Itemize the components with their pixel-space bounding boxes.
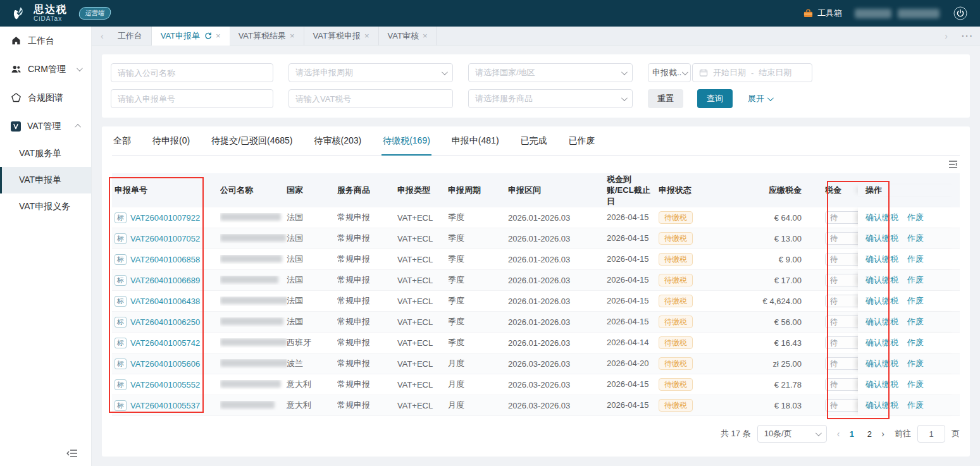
confirm-pay-tax-link[interactable]: 确认缴税 bbox=[865, 400, 898, 411]
declare-period-select[interactable]: 请选择申报周期 bbox=[288, 63, 453, 82]
column-settings-icon[interactable] bbox=[948, 159, 958, 169]
col-header-period: 申报周期 bbox=[448, 185, 508, 196]
search-button[interactable]: 查询 bbox=[697, 89, 733, 108]
tabs-scroll-right-icon[interactable]: › bbox=[940, 31, 953, 41]
goto-page-input[interactable] bbox=[917, 425, 945, 443]
confirm-pay-tax-link[interactable]: 确认缴税 bbox=[865, 233, 898, 244]
confirm-pay-tax-link[interactable]: 确认缴税 bbox=[865, 379, 898, 390]
tab-vat-tax-declaration[interactable]: VAT算税申报 × bbox=[304, 27, 379, 46]
sidebar-item-label: 工作台 bbox=[28, 35, 54, 47]
page-number-2[interactable]: 2 bbox=[862, 429, 876, 439]
tabs-more-icon[interactable]: ··· bbox=[962, 31, 974, 40]
tab-close-icon[interactable]: × bbox=[423, 31, 428, 40]
order-no-link[interactable]: VAT260401005552 bbox=[130, 380, 200, 389]
table-row: 标VAT260401005537 意大利 常规申报 VAT+ECL 月度 202… bbox=[112, 395, 960, 416]
expand-filters-link[interactable]: 展开 bbox=[748, 93, 772, 104]
status-tab-pending-declare[interactable]: 待申报(0) bbox=[151, 134, 191, 155]
order-no-link[interactable]: VAT260401005537 bbox=[130, 401, 200, 410]
status-tab-declaring[interactable]: 申报中(481) bbox=[450, 134, 500, 155]
tab-workbench[interactable]: 工作台 bbox=[109, 27, 152, 46]
confirm-pay-tax-link[interactable]: 确认缴税 bbox=[865, 358, 898, 369]
sidebar-collapse-button[interactable] bbox=[66, 448, 78, 458]
confirm-pay-tax-link[interactable]: 确认缴税 bbox=[865, 295, 898, 307]
void-link[interactable]: 作废 bbox=[907, 358, 924, 369]
confirm-pay-tax-link[interactable]: 确认缴税 bbox=[865, 254, 898, 265]
page-tabbar: ‹ 工作台 VAT申报单 × VAT算税结果 × VAT算税申报 × VAT审核… bbox=[92, 27, 980, 46]
status-tab-pending-submit[interactable]: 待提交/已驳回(4685) bbox=[210, 134, 294, 155]
users-icon bbox=[11, 64, 22, 75]
void-link[interactable]: 作废 bbox=[907, 316, 924, 328]
void-link[interactable]: 作废 bbox=[907, 379, 924, 390]
tab-close-icon[interactable]: × bbox=[216, 31, 221, 40]
sidebar-item-vat-service-order[interactable]: VAT服务单 bbox=[0, 140, 91, 167]
confirm-pay-tax-link[interactable]: 确认缴税 bbox=[865, 337, 898, 348]
confirm-pay-tax-link[interactable]: 确认缴税 bbox=[865, 274, 898, 286]
brand-logo-icon bbox=[11, 5, 28, 22]
vat-no-input[interactable] bbox=[295, 94, 446, 104]
company-name-input[interactable] bbox=[118, 68, 266, 78]
order-no-link[interactable]: VAT260401007052 bbox=[130, 234, 200, 243]
range-cell: 2026.03-2026.03 bbox=[508, 401, 607, 410]
sidebar-item-vat-declaration-order[interactable]: VAT申报单 bbox=[0, 167, 91, 193]
order-no-link[interactable]: VAT260401006438 bbox=[130, 297, 200, 306]
void-link[interactable]: 作废 bbox=[907, 295, 924, 307]
status-cell: 待缴税 bbox=[659, 399, 733, 412]
void-link[interactable]: 作废 bbox=[907, 233, 924, 244]
void-link[interactable]: 作废 bbox=[907, 337, 924, 348]
page-unit-label: 页 bbox=[952, 428, 960, 439]
date-field-select[interactable]: 申报截... bbox=[648, 63, 691, 82]
range-cell: 2026.01-2026.03 bbox=[508, 297, 607, 306]
status-tab-pending-tax[interactable]: 待缴税(169) bbox=[381, 134, 431, 156]
status-tab-completed[interactable]: 已完成 bbox=[519, 134, 549, 155]
period-cell: 季度 bbox=[448, 316, 508, 328]
order-no-link[interactable]: VAT260401005742 bbox=[130, 338, 200, 348]
order-no-link[interactable]: VAT260401006858 bbox=[130, 255, 200, 264]
sidebar-item-compliance-map[interactable]: 合规图谱 bbox=[0, 83, 91, 112]
tab-close-icon[interactable]: × bbox=[364, 31, 369, 40]
order-no-link[interactable]: VAT260401005606 bbox=[130, 359, 200, 369]
username-masked[interactable] bbox=[855, 9, 940, 18]
order-no-input[interactable] bbox=[118, 94, 266, 104]
date-range-picker[interactable]: 开始日期 - 结束日期 bbox=[692, 63, 812, 82]
status-tab-all[interactable]: 全部 bbox=[112, 134, 132, 155]
tab-label: 工作台 bbox=[118, 30, 142, 42]
void-link[interactable]: 作废 bbox=[907, 400, 924, 411]
logout-power-button[interactable] bbox=[952, 5, 969, 21]
confirm-pay-tax-link[interactable]: 确认缴税 bbox=[865, 316, 898, 328]
refresh-icon[interactable] bbox=[204, 32, 212, 40]
toolbox-button[interactable]: 工具箱 bbox=[803, 8, 842, 19]
deadline-cell: 2026-04-15 bbox=[607, 233, 659, 244]
void-link[interactable]: 作废 bbox=[907, 254, 924, 265]
reset-button[interactable]: 重置 bbox=[648, 89, 683, 108]
page-size-value: 10条/页 bbox=[764, 428, 792, 439]
order-no-link[interactable]: VAT260401006689 bbox=[130, 276, 200, 285]
order-no-link[interactable]: VAT260401006250 bbox=[130, 317, 200, 327]
tab-close-icon[interactable]: × bbox=[290, 31, 295, 40]
prev-page-icon[interactable]: ‹ bbox=[836, 429, 841, 439]
tab-vat-tax-result[interactable]: VAT算税结果 × bbox=[230, 27, 304, 46]
void-link[interactable]: 作废 bbox=[907, 212, 924, 223]
sidebar-item-workbench[interactable]: 工作台 bbox=[0, 27, 91, 55]
country-select[interactable]: 请选择国家/地区 bbox=[468, 63, 633, 82]
tab-vat-declaration-order[interactable]: VAT申报单 × bbox=[152, 27, 230, 46]
page-size-select[interactable]: 10条/页 bbox=[757, 425, 827, 443]
sidebar-item-vat-management[interactable]: VAT管理 bbox=[0, 112, 91, 140]
service-product-select[interactable]: 请选择服务商品 bbox=[468, 89, 633, 108]
order-no-link[interactable]: VAT260401007922 bbox=[130, 213, 200, 223]
tax-status-cell: 待 bbox=[825, 357, 858, 370]
status-badge: 待缴税 bbox=[659, 357, 693, 370]
status-tab-pending-review[interactable]: 待审核(203) bbox=[313, 134, 363, 155]
status-badge: 待缴税 bbox=[659, 316, 693, 328]
next-page-icon[interactable]: › bbox=[880, 429, 886, 439]
confirm-pay-tax-link[interactable]: 确认缴税 bbox=[865, 212, 898, 223]
tab-vat-review[interactable]: VAT审核 × bbox=[379, 27, 437, 46]
void-link[interactable]: 作废 bbox=[907, 274, 924, 286]
amount-cell: € 17.00 bbox=[733, 276, 825, 285]
status-tab-voided[interactable]: 已作废 bbox=[568, 134, 597, 155]
page-number-1[interactable]: 1 bbox=[845, 429, 859, 439]
sidebar-item-crm[interactable]: CRM管理 bbox=[0, 55, 91, 83]
col-header-tax-status-clipped: 税金 bbox=[825, 185, 858, 196]
tabs-scroll-left-icon[interactable]: ‹ bbox=[96, 31, 109, 41]
table-body: 标VAT260401007922 法国 常规申报 VAT+ECL 季度 2026… bbox=[112, 207, 960, 416]
sidebar-item-vat-declaration-obligation[interactable]: VAT申报义务 bbox=[0, 193, 91, 220]
